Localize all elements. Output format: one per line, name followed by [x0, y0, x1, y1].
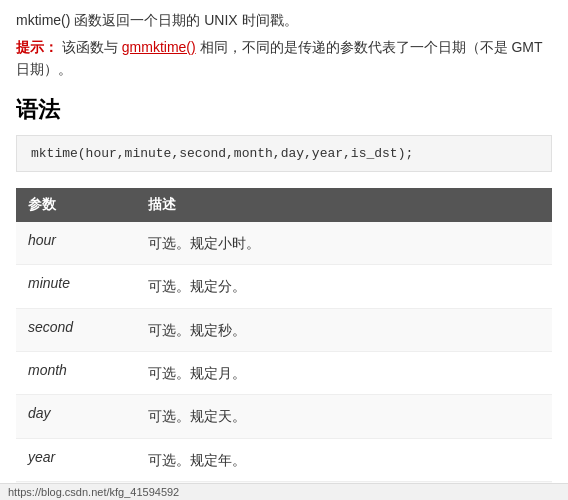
tip-label: 提示： [16, 39, 58, 55]
param-name: month [16, 351, 136, 394]
param-name: minute [16, 265, 136, 308]
param-desc: 可选。规定秒。 [136, 308, 552, 351]
col-param: 参数 [16, 188, 136, 222]
col-desc: 描述 [136, 188, 552, 222]
table-row: minute可选。规定分。 [16, 265, 552, 308]
url-bar: https://blog.csdn.net/kfg_41594592 [0, 483, 568, 500]
param-desc: 可选。规定分。 [136, 265, 552, 308]
param-name: hour [16, 222, 136, 265]
syntax-section-title: 语法 [16, 95, 552, 125]
param-desc: 可选。规定年。 [136, 438, 552, 481]
table-row: year可选。规定年。 [16, 438, 552, 481]
table-row: day可选。规定天。 [16, 395, 552, 438]
table-row: month可选。规定月。 [16, 351, 552, 394]
param-desc: 可选。规定小时。 [136, 222, 552, 265]
intro-text: mktime() 函数返回一个日期的 UNIX 时间戳。 [16, 12, 552, 30]
table-row: hour可选。规定小时。 [16, 222, 552, 265]
param-desc: 可选。规定天。 [136, 395, 552, 438]
param-desc: 可选。规定月。 [136, 351, 552, 394]
tip-paragraph: 提示： 该函数与 gmmktime() 相同，不同的是传递的参数代表了一个日期（… [16, 36, 552, 81]
syntax-code: mktime(hour,minute,second,month,day,year… [16, 135, 552, 172]
param-name: year [16, 438, 136, 481]
table-header-row: 参数 描述 [16, 188, 552, 222]
params-table: 参数 描述 hour可选。规定小时。minute可选。规定分。second可选。… [16, 188, 552, 500]
tip-text-start: 该函数与 [62, 39, 118, 55]
param-name: second [16, 308, 136, 351]
gmmktime-link[interactable]: gmmktime() [122, 39, 196, 55]
param-name: day [16, 395, 136, 438]
table-row: second可选。规定秒。 [16, 308, 552, 351]
